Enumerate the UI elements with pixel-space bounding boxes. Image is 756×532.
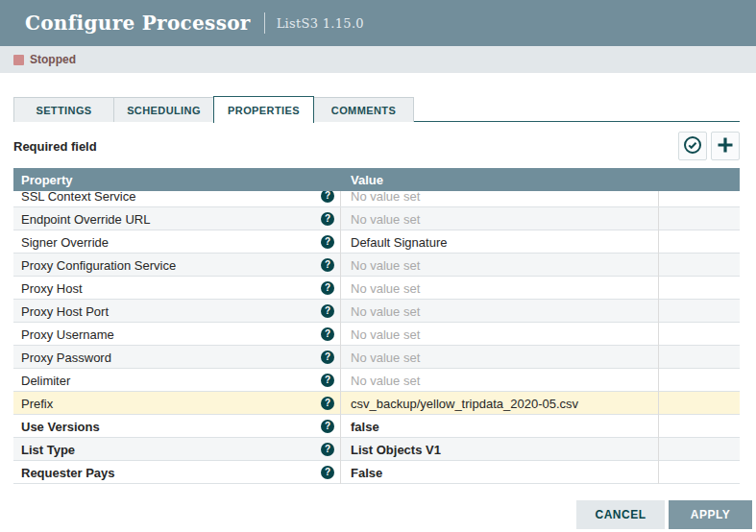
table-row: Proxy Host?No value set xyxy=(13,277,740,300)
table-row: SSL Context Service?No value set xyxy=(13,191,740,207)
property-value-cell[interactable]: csv_backup/yellow_tripdata_2020-05.csv xyxy=(341,392,659,415)
table-row: Requester Pays?False xyxy=(13,461,740,484)
help-icon: ? xyxy=(321,258,334,272)
property-value-cell[interactable]: List Objects V1 xyxy=(341,438,659,461)
property-value-cell[interactable]: No value set xyxy=(341,323,659,346)
property-name: Prefix xyxy=(21,397,53,411)
stopped-status-icon xyxy=(13,55,24,65)
table-row: Proxy Configuration Service?No value set xyxy=(13,254,740,277)
help-icon: ? xyxy=(321,351,334,364)
required-field-label: Required field xyxy=(13,139,97,154)
verify-properties-button[interactable] xyxy=(678,132,707,160)
tab-settings[interactable]: SETTINGS xyxy=(13,97,114,122)
property-actions xyxy=(678,132,740,160)
check-circle-icon xyxy=(683,135,702,157)
property-value-cell[interactable]: No value set xyxy=(341,191,659,207)
property-value-cell[interactable]: False xyxy=(341,461,659,484)
title-separator xyxy=(264,12,265,34)
property-name: Signer Override xyxy=(21,235,109,250)
table-body: SSL Context Service?No value setEndpoint… xyxy=(13,191,740,484)
column-header-value: Value xyxy=(341,173,659,187)
table-row: Proxy Host Port?No value set xyxy=(13,300,740,323)
property-value-cell[interactable]: No value set xyxy=(341,277,659,300)
plus-icon xyxy=(717,136,734,157)
row-extra-cell xyxy=(659,438,740,461)
property-name-cell: Endpoint Override URL? xyxy=(13,207,341,230)
configure-processor-dialog: Configure Processor ListS3 1.15.0 Stoppe… xyxy=(0,0,756,532)
help-icon: ? xyxy=(321,374,334,387)
property-name-cell: Proxy Host Port? xyxy=(13,300,341,323)
property-value-cell[interactable]: false xyxy=(341,415,659,438)
status-label: Stopped xyxy=(30,53,76,66)
property-name-cell: Delimiter? xyxy=(13,369,341,392)
processor-status-bar: Stopped xyxy=(0,46,756,73)
row-extra-cell xyxy=(659,415,740,438)
row-extra-cell xyxy=(659,230,740,254)
property-value-cell[interactable]: No value set xyxy=(341,254,659,277)
table-row: Endpoint Override URL?No value set xyxy=(13,207,740,230)
property-name: Delimiter xyxy=(21,374,70,388)
property-name: Proxy Password xyxy=(21,351,111,365)
table-row: Prefix?csv_backup/yellow_tripdata_2020-0… xyxy=(13,392,740,415)
properties-table: Property Value SSL Context Service?No va… xyxy=(13,168,740,484)
property-name-cell: Signer Override? xyxy=(13,230,341,254)
help-icon: ? xyxy=(321,466,334,479)
row-extra-cell xyxy=(659,277,740,300)
help-icon: ? xyxy=(321,281,334,295)
table-row: Use Versions?false xyxy=(13,415,740,438)
property-name: Proxy Configuration Service xyxy=(21,258,176,273)
properties-panel-header: Required field xyxy=(13,132,740,160)
help-icon: ? xyxy=(321,235,334,249)
property-value-cell[interactable]: Default Signature xyxy=(341,230,659,254)
row-extra-cell xyxy=(659,254,740,277)
column-header-property: Property xyxy=(13,173,341,187)
property-name-cell: List Type? xyxy=(13,438,341,461)
property-value-cell[interactable]: No value set xyxy=(341,346,659,369)
tab-comments[interactable]: COMMENTS xyxy=(313,97,414,122)
property-name: Proxy Host Port xyxy=(21,304,109,319)
property-name-cell: Proxy Configuration Service? xyxy=(13,254,341,277)
table-row: Proxy Password?No value set xyxy=(13,346,740,369)
property-name: Requester Pays xyxy=(21,466,115,480)
table-row: Signer Override?Default Signature xyxy=(13,230,740,254)
row-extra-cell xyxy=(659,346,740,369)
cancel-button[interactable]: CANCEL xyxy=(576,500,665,529)
table-row: List Type?List Objects V1 xyxy=(13,438,740,461)
property-value-cell[interactable]: No value set xyxy=(341,369,659,392)
property-name-cell: SSL Context Service? xyxy=(13,191,341,207)
property-value-cell[interactable]: No value set xyxy=(341,300,659,323)
tab-scheduling[interactable]: SCHEDULING xyxy=(113,97,214,122)
table-row: Delimiter?No value set xyxy=(13,369,740,392)
processor-name-version: ListS3 1.15.0 xyxy=(277,16,364,31)
property-name: List Type xyxy=(21,443,75,457)
row-extra-cell xyxy=(659,191,740,207)
dialog-footer: CANCEL APPLY xyxy=(576,500,752,529)
property-name-cell: Proxy Username? xyxy=(13,323,341,346)
dialog-title: Configure Processor xyxy=(25,12,251,35)
add-property-button[interactable] xyxy=(711,132,740,160)
table-row: Proxy Username?No value set xyxy=(13,323,740,346)
row-extra-cell xyxy=(659,300,740,323)
row-extra-cell xyxy=(659,392,740,415)
row-extra-cell xyxy=(659,323,740,346)
property-name: Endpoint Override URL xyxy=(21,212,150,227)
property-name: Proxy Username xyxy=(21,327,114,342)
help-icon: ? xyxy=(321,304,334,318)
property-name: Proxy Host xyxy=(21,281,83,296)
apply-button[interactable]: APPLY xyxy=(669,500,752,529)
property-name-cell: Proxy Host? xyxy=(13,277,341,300)
help-icon: ? xyxy=(321,420,334,433)
tab-bar: SETTINGS SCHEDULING PROPERTIES COMMENTS xyxy=(13,96,740,122)
property-name-cell: Requester Pays? xyxy=(13,461,341,484)
row-extra-cell xyxy=(659,369,740,392)
row-extra-cell xyxy=(659,207,740,230)
property-name-cell: Proxy Password? xyxy=(13,346,341,369)
help-icon: ? xyxy=(321,443,334,456)
tab-properties[interactable]: PROPERTIES xyxy=(213,96,314,123)
help-icon: ? xyxy=(321,327,334,341)
property-value-cell[interactable]: No value set xyxy=(341,207,659,230)
property-name: SSL Context Service xyxy=(21,191,135,204)
table-header-row: Property Value xyxy=(13,168,740,191)
help-icon: ? xyxy=(321,191,334,203)
help-icon: ? xyxy=(321,212,334,226)
